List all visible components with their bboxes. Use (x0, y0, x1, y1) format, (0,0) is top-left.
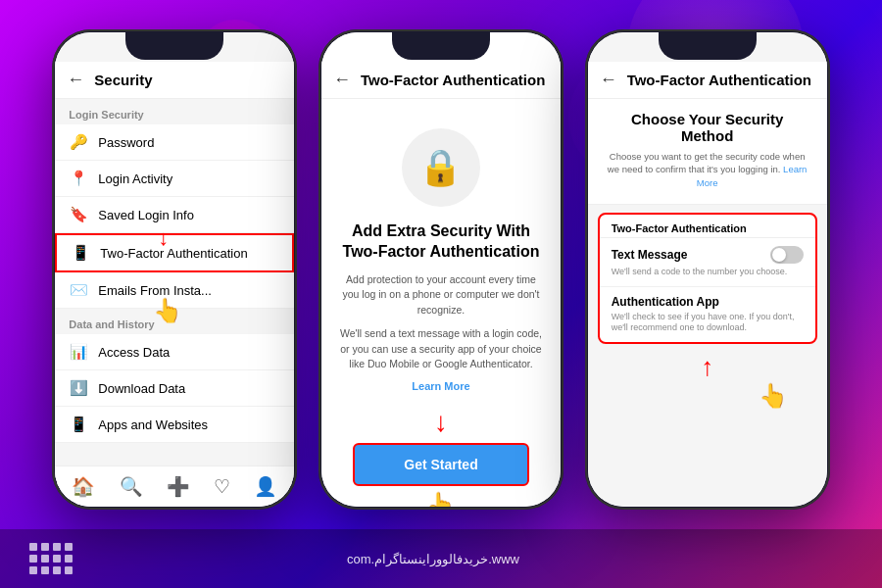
download-data-icon: ⬇️ (69, 379, 88, 397)
menu-item-tfa[interactable]: 📱 Two-Factor Authentication (55, 233, 294, 272)
phone-2-content: ← Two-Factor Authentication 🔒 Add Extra … (321, 32, 561, 507)
tfa-learn-more-link[interactable]: Learn More (337, 380, 545, 392)
emails-label: Emails From Insta... (98, 283, 212, 298)
phone-3-header: ← Two-Factor Authentication (588, 62, 827, 99)
auth-app-option[interactable]: Authentication App We'll check to see if… (600, 287, 815, 342)
tfa-label: Two-Factor Authentication (100, 246, 247, 261)
dot-8 (65, 555, 73, 563)
nav-add-icon[interactable]: ➕ (167, 475, 190, 498)
password-icon: 🔑 (69, 133, 88, 151)
apps-websites-label: Apps and Websites (98, 417, 208, 432)
tfa-options-section: Two-Factor Authentication Text Message W… (598, 213, 817, 344)
dot-9 (29, 566, 37, 574)
saved-login-label: Saved Login Info (98, 208, 194, 222)
dot-4 (65, 543, 73, 551)
dot-3 (53, 543, 61, 551)
login-activity-icon: 📍 (69, 170, 88, 187)
data-history-label: Data and History (55, 309, 294, 334)
dot-1 (29, 543, 37, 551)
phone-1-screen: ← Security Login Security 🔑 Password 📍 L… (55, 32, 294, 507)
arrow-down-2: ↓ (337, 407, 545, 438)
nav-heart-icon[interactable]: ♡ (214, 475, 230, 498)
phone-1-title: Security (94, 72, 152, 88)
text-message-desc: We'll send a code to the number you choo… (612, 267, 804, 278)
toggle-knob-1 (772, 248, 786, 262)
password-label: Password (98, 135, 154, 150)
text-message-toggle[interactable] (770, 246, 804, 264)
dot-12 (65, 566, 73, 574)
login-activity-label: Login Activity (98, 172, 172, 186)
bottom-dots-decoration (29, 543, 73, 574)
choose-method-title: Choose Your Security Method (604, 111, 811, 144)
get-started-button[interactable]: Get Started (353, 443, 529, 486)
phone-3-notch (659, 32, 757, 60)
dot-2 (41, 543, 49, 551)
phone-1-notch (125, 32, 223, 60)
text-message-label: Text Message (612, 248, 688, 262)
dot-10 (41, 566, 49, 574)
phone-2-notch (392, 32, 490, 60)
dot-6 (41, 555, 49, 563)
website-url: www.خریدفالووراینستاگرام.com (347, 552, 519, 566)
tfa-intro-title: Add Extra Security With Two-Factor Authe… (337, 221, 545, 263)
phones-container: ← Security Login Security 🔑 Password 📍 L… (49, 20, 833, 519)
phone-2-title: Two-Factor Authentication (361, 72, 545, 88)
choose-method-desc: Choose you want to get the security code… (604, 150, 811, 189)
dot-11 (53, 566, 61, 574)
phone-3-screen: ← Two-Factor Authentication Choose Your … (588, 32, 827, 507)
auth-app-label: Authentication App (612, 295, 719, 309)
phone-3-content: ← Two-Factor Authentication Choose Your … (588, 32, 827, 507)
dot-5 (29, 555, 37, 563)
tfa-lock-icon: 🔒 (402, 128, 480, 207)
nav-search-icon[interactable]: 🔍 (120, 475, 143, 498)
back-arrow-2-icon[interactable]: ← (333, 70, 351, 90)
menu-item-apps-websites[interactable]: 📱 Apps and Websites (55, 407, 294, 443)
phone-1: ← Security Login Security 🔑 Password 📍 L… (52, 29, 297, 510)
back-arrow-icon[interactable]: ← (67, 70, 84, 90)
tfa-intro-desc1: Add protection to your account every tim… (337, 272, 545, 318)
back-arrow-3-icon[interactable]: ← (600, 70, 617, 90)
access-data-icon: 📊 (69, 343, 88, 361)
login-security-label: Login Security (55, 99, 294, 124)
cursor-hand-3: 👆 (588, 382, 827, 410)
phone-2-screen: ← Two-Factor Authentication 🔒 Add Extra … (321, 32, 561, 507)
arrow-up-1: ↑ (588, 352, 827, 382)
nav-home-icon[interactable]: 🏠 (72, 475, 95, 498)
apps-websites-icon: 📱 (69, 416, 88, 433)
dot-7 (53, 555, 61, 563)
menu-item-login-activity[interactable]: 📍 Login Activity (55, 161, 294, 197)
tfa-section-title: Two-Factor Authentication (600, 215, 815, 238)
menu-item-download-data[interactable]: ⬇️ Download Data (55, 370, 294, 407)
phone-1-header: ← Security (55, 62, 294, 99)
cursor-hand-2: 👆 (337, 491, 545, 507)
menu-item-access-data[interactable]: 📊 Access Data (55, 334, 294, 370)
arrow-down-1: ↓ (158, 225, 169, 251)
menu-item-emails[interactable]: ✉️ Emails From Insta... (55, 272, 294, 309)
tfa-intro-content: 🔒 Add Extra Security With Two-Factor Aut… (321, 99, 561, 507)
menu-item-password[interactable]: 🔑 Password (55, 124, 294, 161)
auth-app-option-header: Authentication App (612, 295, 804, 309)
menu-item-saved-login[interactable]: 🔖 Saved Login Info (55, 197, 294, 233)
text-message-option-header: Text Message (612, 246, 804, 264)
phone-1-bottom-nav: 🏠 🔍 ➕ ♡ 👤 (55, 466, 294, 507)
phone-3: ← Two-Factor Authentication Choose Your … (585, 29, 830, 510)
tfa-icon: 📱 (71, 244, 90, 262)
text-message-option[interactable]: Text Message We'll send a code to the nu… (600, 238, 815, 287)
auth-app-desc: We'll check to see if you have one. If y… (612, 312, 804, 334)
bottom-bar: www.خریدفالووراینستاگرام.com (0, 529, 882, 588)
download-data-label: Download Data (98, 381, 185, 396)
phone-2: ← Two-Factor Authentication 🔒 Add Extra … (318, 29, 564, 510)
phone-1-content: ← Security Login Security 🔑 Password 📍 L… (55, 32, 294, 507)
choose-method-header: Choose Your Security Method Choose you w… (588, 99, 827, 205)
nav-profile-icon[interactable]: 👤 (254, 475, 277, 498)
tfa-intro-desc2: We'll send a text message with a login c… (337, 326, 545, 372)
phone-2-header: ← Two-Factor Authentication (321, 62, 561, 99)
saved-login-icon: 🔖 (69, 206, 88, 223)
phone-3-title: Two-Factor Authentication (627, 72, 811, 88)
access-data-label: Access Data (98, 345, 170, 360)
emails-icon: ✉️ (69, 281, 88, 299)
